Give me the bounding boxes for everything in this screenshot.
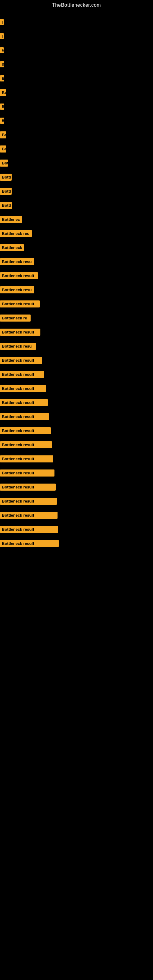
bar-row: Bottl — [0, 170, 153, 184]
bar-label: Bo — [0, 131, 6, 138]
bar-row: E — [0, 72, 153, 85]
bar-label: Bottleneck result — [0, 540, 59, 547]
bar-row: Bottl — [0, 199, 153, 212]
bar-row: Bottleneck result — [0, 269, 153, 282]
bar-label: Bottleneck result — [0, 371, 44, 378]
bar-label: B — [0, 61, 4, 67]
bar-label: B — [0, 103, 4, 110]
bar-row: Bottleneck res — [0, 227, 153, 240]
bar-row: Bottleneck resu — [0, 255, 153, 268]
bar-row: Bo — [0, 128, 153, 142]
bar-row: Bottleneck result — [0, 353, 153, 367]
bar-label: Bottleneck result — [0, 301, 40, 307]
bar-row: | — [0, 15, 153, 29]
bar-label: E — [0, 47, 4, 53]
bar-row: Bottleneck result — [0, 452, 153, 466]
bar-row: Bottleneck result — [0, 522, 153, 536]
bar-label: Bottl — [0, 173, 12, 181]
bar-label: Bottleneck result — [0, 484, 56, 491]
bar-row: Bottleneck result — [0, 396, 153, 409]
bar-row: Bottleneck — [0, 241, 153, 254]
bar-row: Bot — [0, 156, 153, 170]
bar-row: | — [0, 29, 153, 43]
bar-label: Bottleneck res — [0, 230, 32, 237]
bar-label: Bottleneck resu — [0, 258, 34, 265]
bar-label: Bottleneck result — [0, 441, 52, 449]
bars-container: ||EBEBoBBBoBoBotBottlBottlBottlBottlenec… — [0, 9, 153, 550]
bar-label: Bottleneck result — [0, 413, 49, 420]
bar-row: Bottleneck result — [0, 368, 153, 381]
bar-label: Bottleneck result — [0, 427, 51, 434]
bar-row: Bo — [0, 142, 153, 156]
bar-row: Bottleneck resu — [0, 283, 153, 296]
bar-label: E — [0, 75, 4, 81]
bar-row: Bottleneck result — [0, 466, 153, 480]
bar-label: Bottleneck result — [0, 498, 57, 505]
bar-row: Bottleneck result — [0, 494, 153, 508]
bar-label: Bottleneck result — [0, 526, 58, 533]
bar-label: Bo — [0, 89, 6, 96]
bar-row: Bottlenec — [0, 213, 153, 226]
bar-label: Bottleneck result — [0, 329, 40, 336]
bar-row: Bottl — [0, 185, 153, 198]
bar-row: Bottleneck resu — [0, 339, 153, 353]
bar-label: Bo — [0, 145, 6, 153]
bar-row: Bottleneck result — [0, 508, 153, 522]
bar-row: Bottleneck result — [0, 325, 153, 339]
bar-label: Bottleneck resu — [0, 286, 34, 293]
bar-label: Bottleneck result — [0, 469, 54, 477]
bar-label: Bottl — [0, 188, 12, 195]
bar-row: Bottleneck result — [0, 382, 153, 395]
bar-row: Bottleneck result — [0, 438, 153, 452]
bar-label: Bottleneck resu — [0, 343, 36, 350]
bar-row: Bottleneck result — [0, 410, 153, 423]
bar-label: | — [0, 19, 4, 25]
bar-label: Bottleneck result — [0, 385, 46, 392]
bar-label: Bottleneck result — [0, 455, 53, 463]
bar-label: Bottleneck result — [0, 512, 57, 519]
bar-row: B — [0, 57, 153, 71]
bar-row: Bottleneck result — [0, 480, 153, 494]
bar-label: Bottleneck result — [0, 399, 48, 406]
bar-label: | — [0, 33, 4, 39]
bar-label: Bottl — [0, 202, 12, 209]
bar-label: Bottleneck — [0, 244, 24, 251]
bar-label: Bottleneck result — [0, 272, 38, 279]
bar-row: Bottleneck result — [0, 424, 153, 438]
bar-row: B — [0, 100, 153, 113]
bar-row: Bottleneck result — [0, 297, 153, 310]
site-title: TheBottlenecker.com — [0, 0, 153, 9]
bar-row: Bottleneck result — [0, 536, 153, 550]
bar-label: Bottleneck result — [0, 357, 42, 364]
bar-label: Bottlenec — [0, 216, 22, 223]
bar-label: Bottleneck re — [0, 315, 30, 321]
bar-row: E — [0, 43, 153, 57]
bar-row: Bottleneck re — [0, 311, 153, 325]
bar-row: B — [0, 114, 153, 127]
bar-row: Bo — [0, 86, 153, 99]
bar-label: B — [0, 118, 4, 124]
bar-label: Bot — [0, 159, 8, 167]
